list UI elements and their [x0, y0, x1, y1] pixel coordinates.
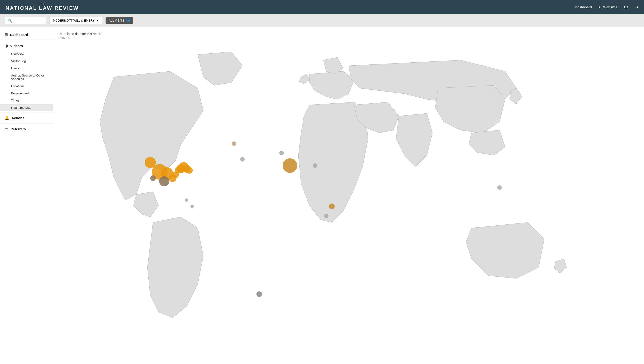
map-container: [58, 43, 639, 357]
divider-3: [0, 123, 53, 124]
visits-label: ALL VISITS: [109, 19, 124, 22]
sidebar-item-visitor-log[interactable]: Visitor Log: [0, 58, 53, 65]
toolbar: 🔍 MCDERMOTT WILL & EMERY ▼ ALL VISITS 👥: [0, 14, 644, 27]
svg-point-20: [313, 163, 317, 168]
svg-point-21: [324, 214, 328, 218]
visits-button[interactable]: ALL VISITS 👥: [106, 17, 133, 24]
sidebar-dashboard-label: Dashboard: [10, 33, 28, 37]
search-input[interactable]: [14, 19, 43, 22]
main-layout: ⊞ Dashboard ◎ Visitors Overview Visitor …: [0, 27, 644, 364]
search-icon: 🔍: [8, 18, 12, 23]
all-websites-link[interactable]: All Websites: [598, 5, 618, 9]
sidebar-item-overview[interactable]: Overview: [0, 50, 53, 58]
svg-point-22: [329, 204, 335, 209]
visitors-icon: 👥: [126, 19, 130, 22]
dashboard-icon: ⊞: [5, 33, 8, 37]
svg-point-16: [283, 158, 297, 173]
svg-point-15: [280, 151, 284, 155]
sidebar-section-referrers: ▭ Referrers: [0, 124, 53, 133]
report-timestamp: 15:07:15: [58, 36, 639, 40]
svg-point-19: [256, 291, 262, 297]
sidebar-item-engagement[interactable]: Engagement: [0, 90, 53, 97]
referrers-icon: ▭: [5, 127, 8, 131]
sidebar-item-author-source[interactable]: Author, Source or Other Variables: [0, 72, 53, 83]
svg-point-17: [185, 199, 188, 202]
sidebar-item-actions[interactable]: 🔔 Actions: [0, 113, 53, 122]
svg-point-13: [232, 141, 236, 146]
svg-point-4: [159, 176, 169, 186]
sidebar-item-visitors[interactable]: ◎ Visitors: [0, 41, 53, 50]
svg-point-12: [186, 167, 192, 174]
sidebar-item-referrers[interactable]: ▭ Referrers: [0, 124, 53, 133]
sidebar-section-visitors: ◎ Visitors Overview Visitor Log Users Au…: [0, 41, 53, 111]
actions-icon: 🔔: [5, 116, 9, 120]
sidebar-actions-label: Actions: [12, 116, 24, 120]
svg-point-14: [240, 157, 245, 162]
logo: THE National Law Review: [6, 3, 79, 11]
website-label: MCDERMOTT WILL & EMERY: [53, 19, 95, 22]
svg-point-1: [145, 157, 156, 168]
website-dropdown[interactable]: MCDERMOTT WILL & EMERY ▼: [50, 17, 102, 24]
divider-2: [0, 112, 53, 112]
sidebar-section-actions: 🔔 Actions: [0, 113, 53, 122]
header-nav: Dashboard All Websites ⚙ ➜: [575, 4, 638, 10]
content-area: There is no data for this report. 15:07:…: [53, 27, 644, 364]
sidebar-item-realtime-map[interactable]: Real-time Map: [0, 104, 53, 111]
logout-icon[interactable]: ➜: [634, 4, 638, 10]
sidebar-visitors-label: Visitors: [10, 44, 23, 48]
svg-point-7: [150, 175, 156, 181]
sidebar-item-times[interactable]: Times: [0, 97, 53, 104]
sidebar-referrers-label: Referrers: [10, 127, 26, 131]
chevron-down-icon: ▼: [96, 19, 99, 22]
svg-point-23: [497, 185, 502, 190]
settings-icon[interactable]: ⚙: [624, 4, 628, 10]
sidebar-item-dashboard[interactable]: ⊞ Dashboard: [0, 30, 53, 39]
svg-point-18: [190, 205, 194, 208]
header: THE National Law Review Dashboard All We…: [0, 0, 644, 14]
divider-1: [0, 40, 53, 40]
visitors-nav-icon: ◎: [5, 44, 8, 48]
no-data-message: There is no data for this report.: [58, 32, 639, 36]
sidebar-item-users[interactable]: Users: [0, 65, 53, 72]
search-box: 🔍: [5, 17, 46, 24]
logo-title: National Law Review: [6, 5, 79, 11]
sidebar-section-dashboard: ⊞ Dashboard: [0, 30, 53, 39]
world-map-svg: [58, 43, 639, 357]
sidebar: ⊞ Dashboard ◎ Visitors Overview Visitor …: [0, 27, 53, 364]
dashboard-link[interactable]: Dashboard: [575, 5, 592, 9]
sidebar-item-locations[interactable]: Locations: [0, 83, 53, 90]
